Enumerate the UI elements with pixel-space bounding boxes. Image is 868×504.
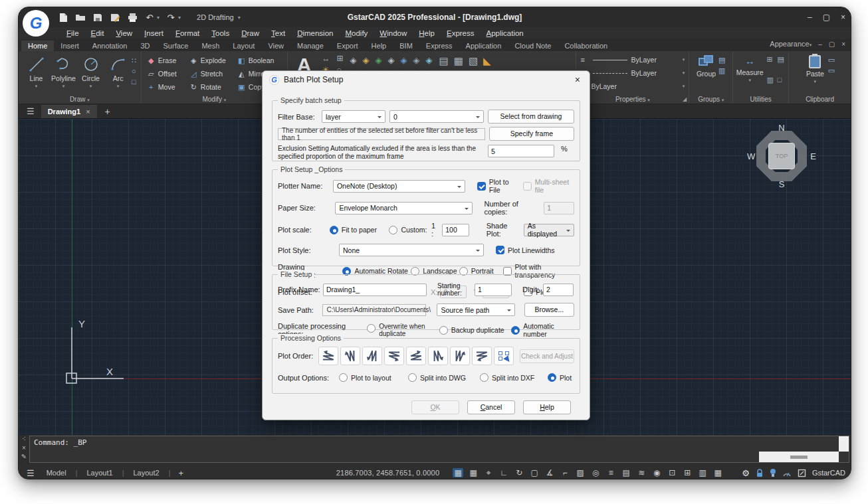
status-toggle-icon[interactable]: ⌐ — [560, 468, 570, 477]
status-toggle-icon[interactable]: ≡ — [605, 468, 616, 477]
status-toggle-icon[interactable]: ∟ — [498, 468, 509, 477]
split-into-dwg-radio[interactable]: Split into DWG — [408, 373, 480, 382]
document-tab-drawing1[interactable]: Drawing1 × — [41, 105, 97, 118]
status-toggle-icon[interactable]: ▨ — [575, 468, 586, 477]
status-toggle-icon[interactable]: ▥ — [697, 468, 708, 477]
scale-ratio-input[interactable]: 100 — [442, 224, 469, 236]
plotter-name-select[interactable]: OneNote (Desktop) — [333, 180, 465, 193]
save-as-button[interactable] — [109, 11, 121, 23]
arc-tool[interactable]: Arc▾ — [104, 54, 132, 94]
restore-button[interactable]: ▢ — [823, 13, 830, 22]
properties-panel-label[interactable]: Properties ▾ — [576, 96, 689, 103]
command-horizontal-scrollbar[interactable] — [759, 452, 839, 462]
layout2-tab[interactable]: Layout2 — [128, 467, 165, 478]
paste-tool[interactable]: Paste ▾ — [806, 54, 824, 94]
multi-sheet-checkbox[interactable]: Multi-sheet file — [523, 178, 574, 194]
command-vertical-scrollbar[interactable] — [839, 436, 849, 452]
undo-button[interactable]: ↶ — [144, 11, 156, 23]
cancel-button[interactable]: Cancel — [467, 400, 515, 414]
open-file-button[interactable] — [74, 11, 86, 23]
close-tab-icon[interactable]: × — [86, 108, 90, 116]
compass-east-label[interactable]: E — [810, 151, 816, 161]
ribbon-tab[interactable]: Insert — [54, 41, 86, 51]
group-tool[interactable]: Group — [697, 54, 716, 94]
exclusion-percent-input[interactable]: 5 — [488, 145, 554, 157]
browse-button[interactable]: Browse... — [524, 303, 574, 317]
compass-west-label[interactable]: W — [747, 151, 755, 161]
ribbon-tab[interactable]: Surface — [157, 41, 195, 51]
status-toggle-icon[interactable]: ⊡ — [667, 468, 677, 477]
status-toggle-icon[interactable]: ↻ — [514, 468, 524, 477]
appearance-menu[interactable]: Appearance▾ — [770, 40, 812, 48]
overwrite-duplicate-radio[interactable]: Overwrite when duplicate — [367, 323, 439, 337]
offset-tool[interactable]: ▱Offset — [147, 68, 189, 80]
specify-frame-button[interactable]: Specify frame — [489, 127, 574, 141]
polyline-tool[interactable]: Polyline▾ — [50, 54, 77, 94]
rotate-tool[interactable]: ↻Rotate — [189, 81, 237, 93]
ribbon-tab[interactable]: Express — [419, 41, 459, 51]
menu-item[interactable]: Window — [374, 29, 412, 38]
menu-item[interactable]: Format — [170, 29, 205, 38]
compass-north-label[interactable]: N — [778, 123, 784, 133]
gstarcad-logo-icon[interactable]: G — [23, 10, 49, 37]
ribbon-tab[interactable]: Mesh — [195, 41, 226, 51]
doc-menu-icon[interactable]: ☰ — [23, 106, 39, 116]
undo-dropdown-icon[interactable]: ▾ — [157, 15, 160, 21]
lock-icon[interactable] — [756, 469, 764, 477]
group-extra-tools[interactable]: ▤ ▥ — [718, 54, 725, 94]
status-toggle-icon[interactable]: ◎ — [590, 468, 601, 477]
filter-type-select[interactable]: layer — [322, 110, 385, 123]
plot-radio[interactable]: Plot — [548, 373, 572, 382]
menu-item[interactable]: Modify — [340, 29, 373, 38]
command-grip-icon[interactable]: ⁖ — [22, 436, 26, 443]
minimize-button[interactable]: – — [808, 13, 812, 22]
digit-input[interactable]: 2 — [543, 284, 574, 296]
status-toggle-icon[interactable]: ⊞ — [682, 468, 693, 477]
split-into-dxf-radio[interactable]: Split into DXF — [480, 373, 548, 382]
help-button[interactable]: Help — [523, 400, 571, 414]
ribbon-tab[interactable]: Cloud Note — [508, 41, 558, 51]
plot-order-manual-select-button[interactable] — [494, 347, 514, 365]
command-window[interactable]: Command: _BP — [29, 436, 849, 463]
plot-order-up-right-button[interactable] — [450, 347, 470, 365]
save-button[interactable] — [92, 11, 104, 23]
ribbon-tab[interactable]: Layout — [226, 41, 261, 51]
menu-item[interactable]: Application — [481, 29, 529, 38]
lightbulb-icon[interactable] — [770, 468, 776, 477]
command-prompt[interactable]: Command: _BP — [30, 436, 849, 447]
menu-item[interactable]: File — [61, 29, 84, 38]
plot-order-up-left-button[interactable] — [472, 347, 492, 365]
line-tool[interactable]: Line▾ — [23, 54, 50, 94]
ribbon-minimize-button[interactable]: – — [818, 41, 822, 48]
menu-item[interactable]: Help — [413, 29, 440, 38]
menu-item[interactable]: Edit — [86, 29, 110, 38]
status-menu-icon[interactable]: ☰ — [24, 468, 37, 478]
backup-duplicate-radio[interactable]: Backup duplicate — [439, 326, 511, 335]
redo-dropdown-icon[interactable]: ▾ — [178, 15, 181, 21]
color-selector[interactable]: ByLayer ▾ — [580, 81, 685, 92]
plot-order-right-up-button[interactable] — [340, 347, 360, 365]
ribbon-tab[interactable]: Annotation — [86, 41, 134, 51]
redo-button[interactable]: ↷ — [165, 11, 177, 23]
status-toggle-icon[interactable]: ⌖ — [483, 468, 494, 477]
status-toggle-icon[interactable]: ▤ — [621, 468, 631, 477]
erase-tool[interactable]: ◆Erase — [147, 54, 189, 66]
shade-plot-select[interactable]: As displayed — [524, 224, 574, 236]
print-button[interactable] — [126, 11, 138, 23]
status-toggle-icon[interactable]: ▦ — [453, 468, 463, 477]
command-close-icon[interactable]: × — [22, 444, 26, 452]
circle-tool[interactable]: Circle▾ — [77, 54, 104, 94]
fit-to-paper-radio[interactable]: Fit to paper — [330, 226, 389, 234]
ribbon-tab[interactable]: BIM — [393, 41, 419, 51]
plot-order-right-down-button[interactable] — [318, 347, 338, 365]
menu-item[interactable]: Draw — [236, 29, 265, 38]
fullscreen-icon[interactable] — [798, 469, 806, 477]
filter-value-select[interactable]: 0 — [389, 110, 484, 123]
status-toggle-icon[interactable]: ▦ — [712, 468, 723, 477]
linetype-selector[interactable]: ≡ ByLayer ▾ — [580, 68, 685, 78]
plot-order-left-up-button[interactable] — [428, 347, 448, 365]
model-tab[interactable]: Model — [41, 467, 72, 478]
ribbon-tab[interactable]: Collaboration — [558, 41, 614, 51]
status-toggle-icon[interactable]: ▦ — [468, 468, 479, 477]
plot-style-select[interactable]: None — [339, 244, 484, 256]
